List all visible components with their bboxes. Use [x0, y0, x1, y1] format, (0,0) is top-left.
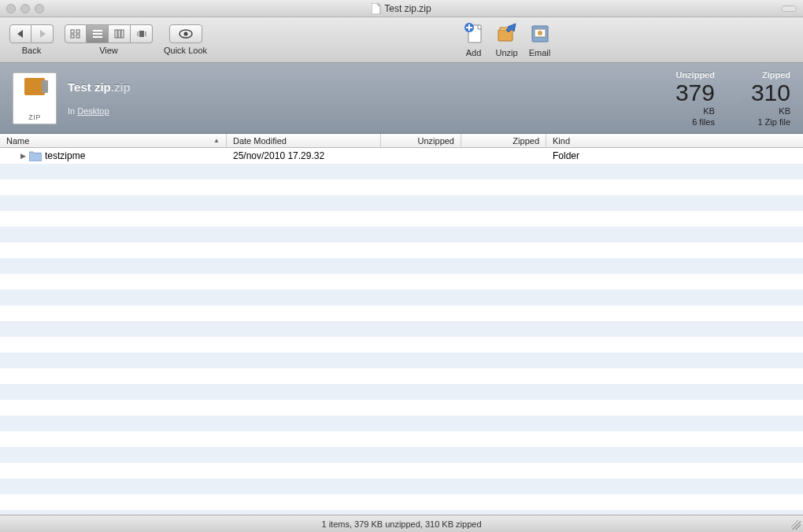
list-icon — [92, 29, 103, 39]
svg-rect-3 — [76, 35, 80, 38]
svg-rect-9 — [145, 31, 146, 36]
file-location: In Desktop — [68, 106, 131, 116]
add-file-icon — [462, 22, 486, 46]
coverflow-icon — [136, 29, 147, 39]
file-name: Test zip.zip — [68, 80, 131, 94]
column-headers: Name▲ Date Modified Unzipped Zipped Kind — [0, 134, 803, 148]
info-bar: ZIP Test zip.zip In Desktop Unzipped 379… — [0, 63, 803, 134]
unzip-group: Unzip — [494, 22, 520, 57]
zipped-stat: Zipped 310 KB 1 Zip file — [751, 70, 790, 127]
add-button[interactable] — [461, 22, 487, 46]
svg-rect-0 — [71, 30, 74, 33]
forward-button[interactable] — [31, 24, 54, 43]
file-list[interactable]: ▶ testzipme 25/nov/2010 17.29.32 Folder — [0, 148, 803, 515]
item-name: testzipme — [45, 150, 85, 161]
toolbar: Back View Quick Look Add Unzip — [0, 17, 803, 63]
traffic-lights — [0, 4, 44, 13]
add-group: Add — [461, 22, 487, 57]
quicklook-button[interactable] — [169, 24, 202, 43]
location-link[interactable]: Desktop — [77, 106, 109, 116]
email-button[interactable] — [527, 22, 553, 46]
col-kind[interactable]: Kind — [546, 134, 803, 147]
quicklook-group: Quick Look — [164, 24, 207, 55]
close-window-button[interactable] — [6, 4, 16, 13]
document-icon — [372, 3, 381, 14]
stats: Unzipped 379 KB 6 files ➔ Zipped 310 KB … — [675, 70, 790, 127]
status-bar: 1 items, 379 KB unzipped, 310 KB zipped — [0, 515, 803, 532]
email-group: Email — [527, 22, 553, 57]
window-title: Test zip.zip — [0, 3, 803, 14]
zoom-window-button[interactable] — [35, 4, 44, 13]
triangle-left-icon — [17, 30, 24, 38]
zip-file-icon: ZIP — [13, 72, 57, 124]
eye-icon — [179, 29, 193, 39]
minimize-window-button[interactable] — [20, 4, 30, 13]
columns-icon — [114, 29, 125, 39]
svg-rect-1 — [76, 30, 80, 33]
svg-rect-7 — [139, 31, 144, 37]
view-icons-button[interactable] — [65, 24, 87, 43]
arrow-right-icon: ➔ — [726, 88, 740, 109]
view-list-button[interactable] — [87, 24, 109, 43]
unzip-label: Unzip — [495, 48, 517, 57]
col-unzipped[interactable]: Unzipped — [381, 134, 461, 147]
quicklook-label: Quick Look — [164, 46, 207, 55]
view-label: View — [99, 46, 118, 55]
item-date: 25/nov/2010 17.29.32 — [233, 150, 324, 161]
view-group: View — [65, 24, 153, 55]
disclosure-triangle-icon[interactable]: ▶ — [20, 152, 26, 160]
window-title-text: Test zip.zip — [384, 3, 431, 14]
titlebar: Test zip.zip — [0, 0, 803, 17]
table-row[interactable]: ▶ testzipme 25/nov/2010 17.29.32 Folder — [0, 148, 803, 164]
triangle-right-icon — [39, 30, 46, 38]
svg-rect-6 — [121, 30, 124, 38]
back-forward-group: Back — [9, 24, 54, 55]
svg-point-11 — [183, 32, 187, 36]
unzipped-stat: Unzipped 379 KB 6 files — [675, 70, 715, 127]
svg-point-17 — [538, 31, 542, 35]
col-date-modified[interactable]: Date Modified — [227, 134, 381, 147]
folder-icon — [29, 151, 42, 161]
back-button[interactable] — [9, 24, 31, 43]
col-name[interactable]: Name▲ — [0, 134, 227, 147]
svg-rect-5 — [118, 30, 120, 38]
col-zipped[interactable]: Zipped — [461, 134, 546, 147]
view-coverflow-button[interactable] — [131, 24, 153, 43]
add-label: Add — [466, 48, 482, 57]
email-icon — [528, 22, 552, 46]
view-columns-button[interactable] — [109, 24, 131, 43]
sort-ascending-icon: ▲ — [213, 137, 220, 144]
email-label: Email — [529, 48, 551, 57]
file-meta: Test zip.zip In Desktop — [68, 80, 131, 116]
resize-handle[interactable] — [791, 520, 801, 530]
svg-rect-8 — [137, 31, 139, 36]
svg-rect-2 — [71, 35, 74, 38]
grid-icon — [70, 29, 81, 39]
svg-rect-14 — [498, 30, 513, 41]
item-kind: Folder — [553, 150, 579, 161]
toolbar-toggle-button[interactable] — [781, 6, 797, 12]
unzip-button[interactable] — [494, 22, 520, 46]
back-label: Back — [22, 46, 41, 55]
status-text: 1 items, 379 KB unzipped, 310 KB zipped — [321, 519, 481, 529]
svg-rect-4 — [115, 30, 117, 38]
unzip-icon — [495, 22, 519, 46]
center-tools: Add Unzip Email — [461, 22, 553, 57]
